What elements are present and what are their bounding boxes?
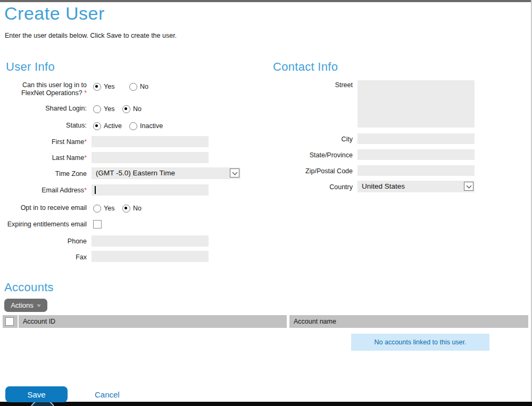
fax-label: Fax [0, 253, 87, 261]
status-inactive-option[interactable]: Inactive [129, 122, 163, 130]
shared-login-label: Shared Login: [0, 105, 87, 113]
time-zone-label: Time Zone [0, 170, 87, 178]
chevron-down-icon[interactable] [230, 168, 239, 177]
country-value: United States [362, 182, 405, 190]
status-inactive-radio[interactable] [129, 122, 137, 130]
actions-button-label: Actions [11, 301, 34, 309]
time-zone-select[interactable]: (GMT -5.0) Eastern Time [92, 167, 240, 179]
page-title: Create User [4, 3, 105, 24]
status-active-option[interactable]: Active [93, 122, 122, 130]
login-yes-option[interactable]: Yes [93, 82, 114, 91]
opt-in-no-option[interactable]: No [122, 204, 142, 213]
phone-input[interactable] [92, 235, 209, 247]
table-header-checkbox-cell [3, 315, 18, 328]
zip-postal-label: Zip/Postal Code [266, 167, 353, 175]
opt-in-no-radio[interactable] [122, 205, 130, 213]
fax-input[interactable] [92, 251, 209, 262]
opt-in-label: Opt in to receive email [0, 204, 87, 212]
login-yes-radio[interactable] [93, 83, 101, 91]
country-label: Country [266, 183, 353, 191]
account-id-column-label: Account ID [19, 315, 287, 328]
opt-in-yes-label: Yes [104, 205, 114, 212]
table-header-account-name: Account name [289, 315, 528, 328]
account-name-column-label: Account name [289, 315, 528, 328]
login-question-line2: FlexNet Operations? [21, 89, 84, 97]
text-cursor [95, 186, 96, 194]
shared-login-yes-option[interactable]: Yes [93, 105, 114, 113]
state-province-label: State/Province [266, 151, 353, 159]
user-info-heading: User Info [6, 60, 55, 74]
status-label: Status: [0, 122, 87, 130]
no-accounts-message: No accounts linked to this user. [351, 334, 489, 351]
login-yes-label: Yes [104, 83, 114, 90]
login-question-label: Can this user log in to FlexNet Operatio… [0, 81, 87, 97]
last-name-label-text: Last Name [52, 154, 84, 162]
required-asterisk: * [84, 187, 87, 194]
email-input[interactable] [92, 184, 209, 196]
accounts-heading: Accounts [4, 281, 54, 294]
top-divider-bar [0, 0, 532, 2]
phone-label: Phone [0, 238, 87, 246]
page-subtitle: Enter the user details below. Click Save… [5, 32, 177, 39]
city-input[interactable] [358, 133, 475, 144]
email-label-text: Email Address [41, 187, 84, 194]
state-province-input[interactable] [358, 149, 475, 160]
dropdown-arrow-icon [37, 304, 41, 307]
status-active-radio[interactable] [93, 122, 101, 130]
status-active-label: Active [104, 122, 122, 130]
contact-info-heading: Contact Info [273, 60, 338, 74]
email-label: Email Address* [0, 187, 87, 194]
login-no-label: No [140, 83, 148, 90]
actions-button[interactable]: Actions [4, 299, 47, 312]
opt-in-yes-radio[interactable] [93, 205, 101, 213]
city-label: City [266, 136, 353, 143]
last-name-label: Last Name* [0, 154, 87, 162]
shared-login-yes-label: Yes [104, 105, 114, 113]
expiring-entitlements-checkbox[interactable] [93, 220, 102, 229]
zip-postal-input[interactable] [358, 165, 475, 176]
shared-login-yes-radio[interactable] [93, 105, 101, 113]
required-asterisk: * [84, 154, 87, 162]
country-select[interactable]: United States [358, 181, 475, 192]
bottom-bar [0, 402, 532, 406]
first-name-label: First Name* [0, 138, 87, 146]
login-question-line1: Can this user log in to [22, 81, 87, 89]
required-asterisk: * [84, 89, 87, 97]
shared-login-no-label: No [133, 105, 142, 113]
last-name-input[interactable] [92, 152, 209, 163]
table-header-account-id: Account ID [19, 315, 287, 328]
opt-in-no-label: No [133, 205, 142, 212]
shared-login-no-option[interactable]: No [122, 105, 142, 113]
opt-in-yes-option[interactable]: Yes [93, 204, 114, 213]
street-label: Street [266, 81, 353, 89]
cancel-link[interactable]: Cancel [95, 390, 120, 399]
status-inactive-label: Inactive [140, 122, 163, 130]
create-user-page: Create User Enter the user details below… [0, 0, 532, 406]
shared-login-no-radio[interactable] [122, 105, 130, 113]
time-zone-value: (GMT -5.0) Eastern Time [96, 169, 175, 177]
login-no-option[interactable]: No [129, 82, 148, 91]
expiring-entitlements-label: Expiring entitlements email [0, 221, 87, 229]
login-no-radio[interactable] [129, 83, 137, 91]
select-all-checkbox[interactable] [5, 317, 14, 326]
first-name-label-text: First Name [52, 138, 84, 146]
save-button[interactable]: Save [5, 386, 68, 402]
street-textarea[interactable] [358, 80, 475, 128]
first-name-input[interactable] [92, 136, 209, 147]
chevron-down-icon[interactable] [464, 182, 473, 191]
required-asterisk: * [84, 138, 87, 146]
